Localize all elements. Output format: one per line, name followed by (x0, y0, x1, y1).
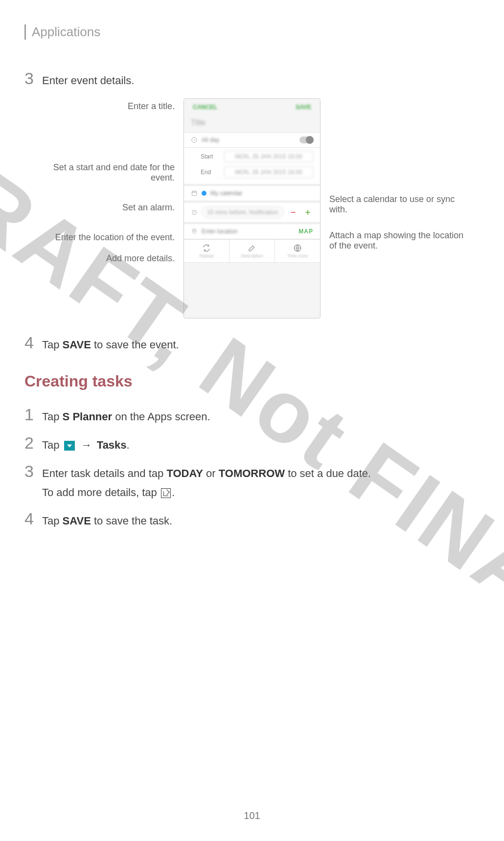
add-alarm-button[interactable]: + (302, 207, 313, 218)
start-label: Start (201, 153, 219, 160)
task-step-4: 4 Tap SAVE to save the task. (24, 509, 480, 529)
calendar-icon (191, 190, 198, 197)
step-3: 3 Enter event details. (24, 69, 480, 89)
edit-icon (248, 244, 256, 252)
step-number: 4 (24, 509, 42, 528)
step-text: Tap SAVE to save the event. (42, 335, 179, 353)
annotated-figure: Enter a title. Set a start and end date … (24, 98, 480, 318)
step-text: Enter task details and tap TODAY or TOMO… (42, 463, 371, 500)
step-number: 4 (24, 333, 42, 352)
start-date-field[interactable]: MON, 26 JAN 2015 15:00 (224, 151, 313, 162)
step-number: 3 (24, 462, 42, 481)
title-input[interactable]: Title (184, 115, 320, 131)
cancel-button[interactable]: CANCEL (193, 104, 217, 111)
location-input[interactable]: Enter location (202, 228, 237, 235)
expand-icon (161, 488, 171, 498)
end-date-field[interactable]: MON, 26 JAN 2015 16:00 (224, 166, 313, 178)
step-text: Enter event details. (42, 70, 134, 89)
save-button[interactable]: SAVE (296, 104, 311, 111)
timezone-button[interactable]: Time zone (275, 240, 320, 262)
globe-icon (293, 244, 302, 252)
calendar-color-dot (202, 191, 206, 196)
alarm-chip[interactable]: 10 mins before, Notification (202, 206, 284, 218)
callout-title: Enter a title. (128, 101, 175, 112)
callout-dates: Set a start and end date for the event. (38, 162, 175, 183)
task-step-1: 1 Tap S Planner on the Apps screen. (24, 405, 480, 425)
repeat-icon (202, 244, 211, 252)
svg-point-3 (194, 230, 195, 231)
page-section-title: Applications (32, 24, 480, 40)
step-number: 3 (24, 69, 42, 88)
description-button[interactable]: Description (229, 240, 275, 262)
dropdown-icon (64, 441, 75, 451)
step-text: Tap S Planner on the Apps screen. (42, 407, 210, 425)
callout-calendar: Select a calendar to use or sync with. (329, 194, 466, 215)
step-number: 1 (24, 405, 42, 424)
remove-alarm-button[interactable]: − (288, 207, 298, 218)
task-step-3: 3 Enter task details and tap TODAY or TO… (24, 462, 480, 500)
callout-location: Enter the location of the event. (55, 232, 175, 243)
repeat-button[interactable]: Repeat (184, 240, 229, 262)
all-day-label: All day (202, 136, 219, 143)
map-button[interactable]: MAP (298, 228, 313, 235)
all-day-toggle[interactable] (299, 136, 313, 143)
step-text: Tap → Tasks. (42, 435, 130, 453)
callout-map: Attach a map showing the location of the… (329, 230, 466, 251)
phone-screenshot: CANCEL SAVE Title All day Start MON, 26 … (183, 98, 321, 318)
step-number: 2 (24, 433, 42, 453)
callout-details: Add more details. (106, 253, 175, 264)
clock-icon (191, 136, 198, 143)
task-step-2: 2 Tap → Tasks. (24, 433, 480, 453)
section-heading-tasks: Creating tasks (24, 372, 480, 390)
end-label: End (201, 169, 219, 176)
callout-alarm: Set an alarm. (122, 203, 175, 213)
alarm-icon (191, 209, 198, 216)
page-number: 101 (0, 810, 504, 821)
step-4: 4 Tap SAVE to save the event. (24, 333, 480, 353)
svg-rect-1 (192, 191, 196, 196)
calendar-selector[interactable]: My calendar (210, 190, 242, 197)
step-text: Tap SAVE to save the task. (42, 511, 172, 529)
location-icon (191, 228, 198, 235)
breadcrumb: Applications (24, 24, 480, 40)
